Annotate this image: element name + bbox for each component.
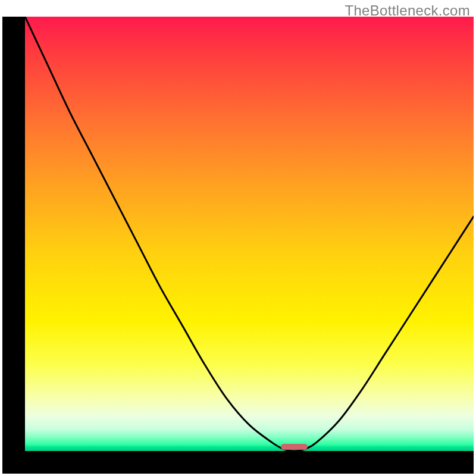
plot-outer-border bbox=[2, 17, 474, 474]
chart-stage: TheBottleneck.com bbox=[0, 0, 476, 476]
plot-frame bbox=[2, 17, 474, 474]
bottleneck-curve bbox=[25, 17, 474, 451]
optimal-marker bbox=[281, 444, 308, 450]
plot-area bbox=[25, 17, 474, 451]
